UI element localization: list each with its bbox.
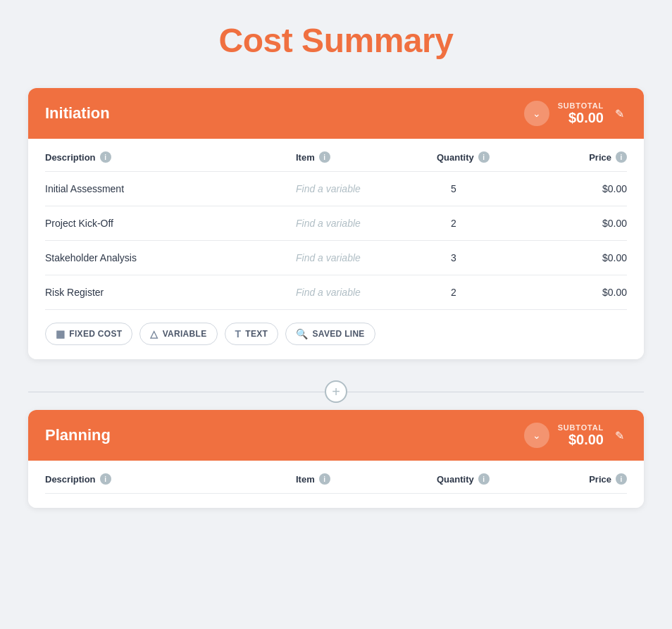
variable-icon: △ xyxy=(150,328,158,340)
item-info-icon[interactable]: i xyxy=(319,151,330,163)
planning-chevron-button[interactable]: ⌄ xyxy=(524,423,549,448)
row-item[interactable]: Find a variable xyxy=(296,218,437,229)
add-section-button[interactable]: + xyxy=(325,380,347,403)
row-quantity: 5 xyxy=(437,183,542,194)
row-item[interactable]: Find a variable xyxy=(296,252,437,263)
description-info-icon[interactable]: i xyxy=(100,151,111,163)
row-description: Risk Register xyxy=(45,287,296,298)
row-description: Initial Assessment xyxy=(45,183,296,194)
divider-line-left xyxy=(28,392,325,392)
planning-edit-button[interactable]: ✎ xyxy=(612,426,627,445)
row-item[interactable]: Find a variable xyxy=(296,183,437,194)
text-icon: T xyxy=(235,328,242,340)
col-header-item: Item i xyxy=(296,151,437,163)
initiation-title: Initiation xyxy=(45,104,110,123)
initiation-section: Initiation ⌄ SUBTOTAL $0.00 ✎ Descriptio… xyxy=(28,88,644,359)
planning-col-header-item: Item i xyxy=(296,473,437,485)
add-fixed-cost-button[interactable]: ▦ FIXED COST xyxy=(45,323,132,345)
planning-subtotal-value: $0.00 xyxy=(558,432,604,448)
planning-description-info-icon[interactable]: i xyxy=(100,473,111,485)
row-item[interactable]: Find a variable xyxy=(296,287,437,298)
row-description: Stakeholder Analysis xyxy=(45,252,296,263)
saved-line-icon: 🔍 xyxy=(296,328,308,340)
planning-subtotal-label: SUBTOTAL xyxy=(558,423,604,432)
table-row: Project Kick-Off Find a variable 2 $0.00 xyxy=(45,206,627,241)
row-price: $0.00 xyxy=(542,287,627,298)
add-section-divider: + xyxy=(28,373,644,410)
initiation-subtotal-block: SUBTOTAL $0.00 xyxy=(558,101,604,126)
initiation-subtotal-value: $0.00 xyxy=(558,110,604,126)
row-quantity: 2 xyxy=(437,218,542,229)
fixed-cost-icon: ▦ xyxy=(56,328,65,340)
col-header-quantity: Quantity i xyxy=(437,151,542,163)
planning-item-info-icon[interactable]: i xyxy=(319,473,330,485)
row-price: $0.00 xyxy=(542,183,627,194)
price-info-icon[interactable]: i xyxy=(616,151,627,163)
initiation-body: Description i Item i Quantity i Price i xyxy=(28,139,644,359)
add-buttons-group: ▦ FIXED COST △ VARIABLE T TEXT 🔍 SAVED L… xyxy=(45,310,627,345)
planning-col-header-description: Description i xyxy=(45,473,296,485)
planning-col-header-price: Price i xyxy=(542,473,627,485)
page-title: Cost Summary xyxy=(28,21,644,60)
planning-body: Description i Item i Quantity i Price i xyxy=(28,461,644,508)
table-row: Stakeholder Analysis Find a variable 3 $… xyxy=(45,241,627,275)
table-row: Risk Register Find a variable 2 $0.00 xyxy=(45,275,627,310)
initiation-header: Initiation ⌄ SUBTOTAL $0.00 ✎ xyxy=(28,88,644,139)
planning-table-header: Description i Item i Quantity i Price i xyxy=(45,461,627,494)
planning-col-header-quantity: Quantity i xyxy=(437,473,542,485)
planning-section: Planning ⌄ SUBTOTAL $0.00 ✎ Description … xyxy=(28,410,644,508)
planning-price-info-icon[interactable]: i xyxy=(616,473,627,485)
col-header-description: Description i xyxy=(45,151,296,163)
row-description: Project Kick-Off xyxy=(45,218,296,229)
table-row: Initial Assessment Find a variable 5 $0.… xyxy=(45,172,627,206)
planning-subtotal-block: SUBTOTAL $0.00 xyxy=(558,423,604,448)
add-saved-line-button[interactable]: 🔍 SAVED LINE xyxy=(285,323,375,345)
planning-title: Planning xyxy=(45,426,111,444)
divider-line-right xyxy=(347,392,644,392)
planning-header-right: ⌄ SUBTOTAL $0.00 ✎ xyxy=(524,423,627,448)
planning-header: Planning ⌄ SUBTOTAL $0.00 ✎ xyxy=(28,410,644,461)
row-quantity: 3 xyxy=(437,252,542,263)
row-price: $0.00 xyxy=(542,218,627,229)
initiation-chevron-button[interactable]: ⌄ xyxy=(524,101,549,126)
row-quantity: 2 xyxy=(437,287,542,298)
initiation-header-right: ⌄ SUBTOTAL $0.00 ✎ xyxy=(524,101,627,126)
planning-quantity-info-icon[interactable]: i xyxy=(478,473,490,485)
row-price: $0.00 xyxy=(542,252,627,263)
initiation-edit-button[interactable]: ✎ xyxy=(612,104,627,123)
quantity-info-icon[interactable]: i xyxy=(478,151,490,163)
initiation-table-header: Description i Item i Quantity i Price i xyxy=(45,139,627,172)
add-variable-button[interactable]: △ VARIABLE xyxy=(139,323,217,345)
add-text-button[interactable]: T TEXT xyxy=(225,323,279,345)
col-header-price: Price i xyxy=(542,151,627,163)
initiation-subtotal-label: SUBTOTAL xyxy=(558,101,604,110)
